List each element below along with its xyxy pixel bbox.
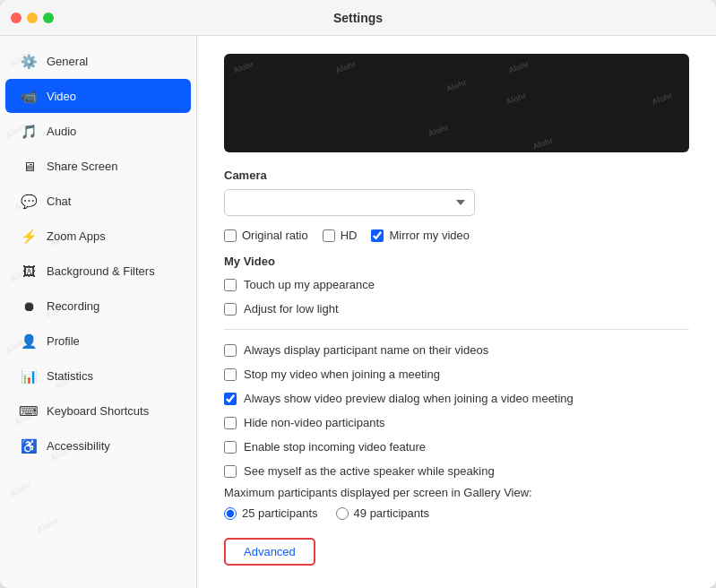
original-ratio-checkbox[interactable] [224,229,237,242]
sidebar-label-zoom-apps: Zoom Apps [47,229,106,243]
sidebar-label-recording: Recording [47,299,99,313]
preview-dialog-checkbox[interactable] [224,393,237,405]
stop-video-row: Stop my video when joining a meeting [224,365,689,384]
display-name-row: Always display participant name on their… [224,341,689,359]
hide-non-video-checkbox[interactable] [224,417,237,429]
my-video-section: My Video Touch up my appearance Adjust f… [224,255,689,318]
general-icon: ⚙️ [20,52,38,70]
preview-dialog-label: Always show video preview dialog when jo… [244,392,574,405]
sidebar-label-background-filters: Background & Filters [47,264,155,278]
video-options-section: Always display participant name on their… [224,341,689,480]
sidebar-label-accessibility: Accessibility [47,439,110,453]
gallery-view-label: Maximum participants displayed per scree… [224,486,689,499]
recording-icon: ⏺ [20,297,38,315]
accessibility-icon: ♿ [20,437,38,454]
content-area: Alohr Alohr Alohr Alohr Alohr Alohr Aloh… [0,36,716,588]
window-title: Settings [333,11,383,25]
low-light-row: Adjust for low light [224,299,689,318]
sidebar-label-share-screen: Share Screen [47,160,118,173]
sidebar-item-audio[interactable]: 🎵 Audio [5,114,191,148]
mirror-checkbox[interactable] [371,229,384,242]
sidebar-label-profile: Profile [47,334,80,348]
camera-preview: Alohr Alohr Alohr Alohr Alohr Alohr Aloh… [224,54,689,152]
sidebar-label-chat: Chat [47,195,71,208]
traffic-lights [11,13,54,23]
low-light-checkbox[interactable] [224,303,237,316]
sidebar-item-background-filters[interactable]: 🖼 Background & Filters [5,254,191,288]
hd-option: HD [323,229,358,242]
sidebar-item-profile[interactable]: 👤 Profile [5,324,191,358]
sidebar-item-accessibility[interactable]: ♿ Accessibility [5,428,191,463]
active-speaker-label: See myself as the active speaker while s… [244,464,495,478]
25-participants-option: 25 participants [224,506,318,520]
sidebar-item-chat[interactable]: 💬 Chat [5,184,191,218]
sidebar: Alohr Alohr Alohr Alohr Alohr Alohr Aloh… [0,36,197,588]
advanced-button[interactable]: Advanced [224,538,315,566]
hide-non-video-row: Hide non-video participants [224,413,689,432]
camera-section: Camera [224,169,689,216]
share-screen-icon: 🖥 [20,157,38,175]
sidebar-item-keyboard-shortcuts[interactable]: ⌨ Keyboard Shortcuts [5,393,191,428]
original-ratio-label: Original ratio [242,229,308,242]
sidebar-item-recording[interactable]: ⏺ Recording [5,289,191,323]
gallery-view-section: Maximum participants displayed per scree… [224,486,689,520]
stop-incoming-label: Enable stop incoming video feature [244,440,426,454]
divider-1 [224,329,689,330]
zoom-apps-icon: ⚡ [20,227,38,245]
sidebar-label-statistics: Statistics [47,369,93,383]
background-filters-icon: 🖼 [20,262,38,280]
preview-watermarks: Alohr Alohr Alohr Alohr Alohr Alohr Aloh… [224,54,689,152]
sidebar-item-video[interactable]: 📹 Video [5,79,191,113]
active-speaker-checkbox[interactable] [224,465,237,478]
statistics-icon: 📊 [20,367,38,385]
25-participants-radio[interactable] [224,507,237,520]
camera-dropdown[interactable] [224,189,475,216]
display-name-checkbox[interactable] [224,344,237,357]
sidebar-item-statistics[interactable]: 📊 Statistics [5,359,191,393]
stop-incoming-row: Enable stop incoming video feature [224,437,689,456]
audio-icon: 🎵 [20,122,38,140]
minimize-button[interactable] [27,13,38,23]
settings-window: Settings Alohr Alohr Alohr Alohr Alohr A… [0,0,716,588]
main-content: Alohr Alohr Alohr Alohr Alohr Alohr Aloh… [197,36,716,588]
keyboard-shortcuts-icon: ⌨ [20,402,38,419]
sidebar-label-audio: Audio [47,125,76,138]
mirror-option: Mirror my video [371,229,470,242]
touch-up-row: Touch up my appearance [224,275,689,294]
camera-label: Camera [224,169,689,182]
profile-icon: 👤 [20,332,38,350]
49-participants-label: 49 participants [354,506,430,520]
stop-incoming-checkbox[interactable] [224,441,237,454]
sidebar-label-video: Video [47,90,76,103]
hd-checkbox[interactable] [323,229,335,242]
display-name-label: Always display participant name on their… [244,343,488,357]
hide-non-video-label: Hide non-video participants [244,416,385,429]
stop-video-checkbox[interactable] [224,368,237,381]
sidebar-label-general: General [47,55,88,68]
video-icon: 📹 [20,87,38,105]
gallery-radio-row: 25 participants 49 participants [224,506,689,520]
preview-dialog-row: Always show video preview dialog when jo… [224,389,689,408]
touch-up-checkbox[interactable] [224,279,237,291]
49-participants-option: 49 participants [336,506,430,520]
sidebar-item-zoom-apps[interactable]: ⚡ Zoom Apps [5,219,191,253]
original-ratio-option: Original ratio [224,229,308,242]
sidebar-item-general[interactable]: ⚙️ General [5,44,191,78]
active-speaker-row: See myself as the active speaker while s… [224,462,689,480]
camera-options-row: Original ratio HD Mirror my video [224,229,689,242]
low-light-label: Adjust for low light [244,302,339,316]
25-participants-label: 25 participants [242,506,318,520]
mirror-label: Mirror my video [389,229,470,242]
sidebar-label-keyboard-shortcuts: Keyboard Shortcuts [47,404,149,418]
maximize-button[interactable] [43,13,54,23]
my-video-label: My Video [224,255,689,268]
sidebar-item-share-screen[interactable]: 🖥 Share Screen [5,149,191,183]
stop-video-label: Stop my video when joining a meeting [244,368,440,381]
chat-icon: 💬 [20,192,38,210]
49-participants-radio[interactable] [336,507,349,520]
titlebar: Settings [0,0,716,36]
close-button[interactable] [11,13,22,23]
hd-label: HD [341,229,358,242]
touch-up-label: Touch up my appearance [244,278,375,291]
